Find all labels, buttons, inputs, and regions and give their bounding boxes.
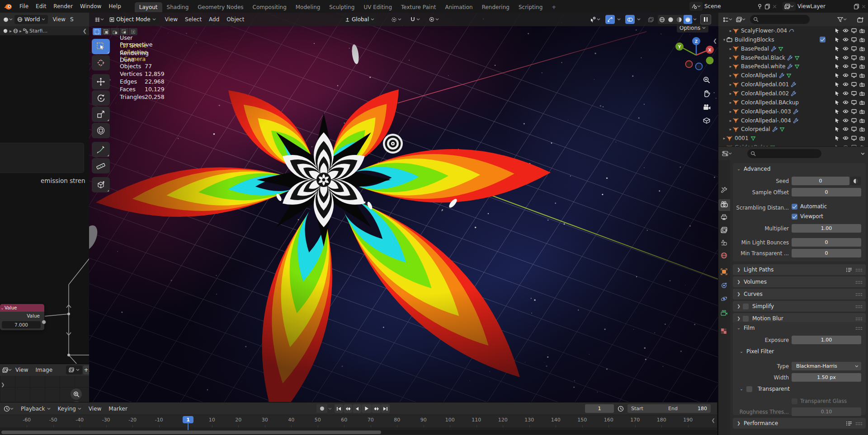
shading-solid-button[interactable] — [666, 15, 675, 24]
mesh-icon[interactable] — [733, 117, 739, 123]
proportional-editing-dropdown[interactable] — [427, 15, 441, 24]
disable-viewport-icon[interactable] — [851, 55, 857, 61]
selectable-icon[interactable] — [835, 100, 840, 105]
outliner-row[interactable]: ▸ColorAllpedal — [718, 71, 868, 80]
motion-blur-checkbox[interactable] — [743, 316, 749, 322]
object-name[interactable]: ColorAllpedal-.004 — [741, 117, 791, 124]
wrench-icon[interactable] — [787, 55, 793, 61]
tab-scene[interactable] — [721, 239, 727, 246]
drag-grip[interactable] — [855, 281, 862, 284]
editor-type-icon[interactable] — [94, 17, 104, 23]
disable-render-icon[interactable] — [859, 126, 865, 132]
hide-icon[interactable] — [843, 55, 849, 60]
properties-editor-type-icon[interactable] — [722, 150, 732, 157]
transparent-subheader[interactable]: ⌄Transparent — [739, 386, 790, 392]
new-collection-button[interactable] — [857, 16, 864, 23]
mesh-icon[interactable] — [733, 73, 739, 79]
select-menu[interactable]: Select — [181, 16, 205, 23]
keying-menu[interactable]: Keying — [54, 406, 85, 412]
tool-scale[interactable] — [92, 107, 110, 122]
mesh-icon[interactable] — [733, 99, 739, 105]
next-keyframe-button[interactable] — [372, 404, 381, 413]
outliner-row[interactable]: ▸0001 — [718, 134, 868, 143]
workspace-tab-scripting[interactable]: Scripting — [514, 2, 547, 12]
workspace-tab-rendering[interactable]: Rendering — [477, 2, 514, 12]
outliner-row[interactable]: ▸ColorAllpedal-.004 — [718, 116, 868, 125]
marker-menu[interactable]: Marker — [105, 406, 131, 412]
disable-viewport-icon[interactable] — [851, 46, 857, 51]
selectable-icon[interactable] — [835, 55, 840, 61]
wrench-icon[interactable] — [771, 46, 776, 51]
wrench-icon[interactable] — [787, 64, 793, 69]
expand-icon[interactable]: ▸ — [728, 56, 733, 60]
shading-rendered-button[interactable] — [684, 15, 692, 24]
selectable-icon[interactable] — [835, 37, 840, 42]
outliner-row[interactable]: ▸BasePedal.white — [718, 62, 868, 71]
pivot-point-dropdown[interactable] — [389, 15, 403, 24]
tool-add-cube[interactable] — [92, 177, 110, 192]
value-output-socket[interactable] — [42, 320, 46, 324]
object-name[interactable]: 0001 — [735, 135, 749, 141]
disable-render-icon[interactable] — [859, 73, 865, 78]
mesh-icon[interactable] — [733, 108, 739, 114]
drag-grip[interactable] — [855, 317, 862, 320]
disable-viewport-icon[interactable] — [851, 100, 857, 105]
end-frame-field[interactable]: End180 — [665, 404, 711, 413]
mesh-icon[interactable] — [726, 136, 732, 141]
expand-icon[interactable]: ▸ — [728, 73, 733, 78]
shader-select-menu[interactable]: S — [69, 16, 75, 23]
sidebar-toggle-icon[interactable]: ❮ — [83, 28, 87, 34]
disable-render-icon[interactable] — [859, 109, 865, 114]
auto-keying-record-button[interactable] — [316, 404, 327, 413]
timeline-collapse-icon[interactable]: ❮ — [712, 418, 715, 423]
expand-icon[interactable]: ▸ — [728, 91, 733, 96]
snap-toggle-dropdown[interactable] — [408, 15, 422, 24]
min-light-bounces-field[interactable]: 0 — [792, 238, 861, 247]
object-name[interactable]: BasePedal.white — [741, 63, 785, 70]
seed-field[interactable]: 0 — [792, 177, 849, 185]
wrench-icon[interactable] — [793, 109, 798, 114]
data-icon[interactable] — [786, 73, 792, 78]
panel-performance[interactable]: ❯Performance — [733, 418, 866, 429]
menu-window[interactable]: Window — [76, 3, 105, 9]
disable-viewport-icon[interactable] — [851, 82, 857, 87]
tab-tool[interactable] — [721, 187, 727, 193]
properties-search-input[interactable] — [747, 149, 821, 158]
disable-viewport-icon[interactable] — [851, 109, 857, 114]
image-zoom-button[interactable] — [71, 388, 82, 400]
expand-icon[interactable]: ▸ — [728, 127, 733, 131]
playhead[interactable]: 1 — [183, 416, 193, 423]
image-editor-type-icon[interactable] — [2, 367, 12, 373]
timeline-ruler[interactable]: ❮ -60-50-40-30-20-1010203040506070809010… — [0, 415, 717, 428]
viewport-checkbox[interactable] — [792, 214, 797, 220]
panel-volumes[interactable]: ❯Volumes — [733, 276, 866, 287]
delete-scene-icon[interactable] — [772, 4, 777, 9]
mode-dropdown[interactable]: Object Mode — [107, 15, 159, 24]
hide-icon[interactable] — [843, 37, 849, 42]
shader-view-menu[interactable]: View — [49, 16, 69, 23]
panel-film-header[interactable]: ⌄Film — [733, 322, 866, 333]
viewlayer-name[interactable]: ViewLayer — [797, 3, 852, 9]
menu-file[interactable]: File — [16, 3, 32, 9]
prev-frame-button[interactable] — [353, 404, 361, 413]
disable-render-icon[interactable] — [859, 55, 865, 61]
outliner-row[interactable]: ▸GoldenRuler — [718, 143, 868, 146]
remove-viewlayer-icon[interactable] — [861, 4, 866, 9]
hide-icon[interactable] — [843, 73, 849, 78]
view-menu[interactable]: View — [161, 16, 181, 23]
object-name[interactable]: ColorAllpedal-.003 — [741, 108, 791, 115]
workspace-tab-layout[interactable]: Layout — [135, 2, 162, 12]
panel-light-paths[interactable]: ❯Light Paths — [733, 264, 866, 275]
disable-viewport-icon[interactable] — [851, 37, 857, 42]
expand-icon[interactable]: ▸ — [722, 136, 726, 140]
sample-offset-field[interactable]: 0 — [792, 188, 861, 196]
performance-presets-icon[interactable] — [846, 421, 852, 426]
viewport-camera-view-button[interactable] — [702, 102, 712, 112]
pixel-filter-width-field[interactable]: 1.50 px — [792, 373, 861, 382]
outliner-row[interactable]: ▸ScalyFlower-.004 — [718, 26, 868, 35]
panel-advanced-header[interactable]: ⌄Advanced — [733, 163, 866, 174]
value-node-number-field[interactable]: 7.000 — [2, 321, 41, 328]
disable-render-icon[interactable] — [859, 136, 865, 141]
xray-toggle[interactable] — [646, 15, 656, 24]
disable-viewport-icon[interactable] — [851, 136, 857, 141]
